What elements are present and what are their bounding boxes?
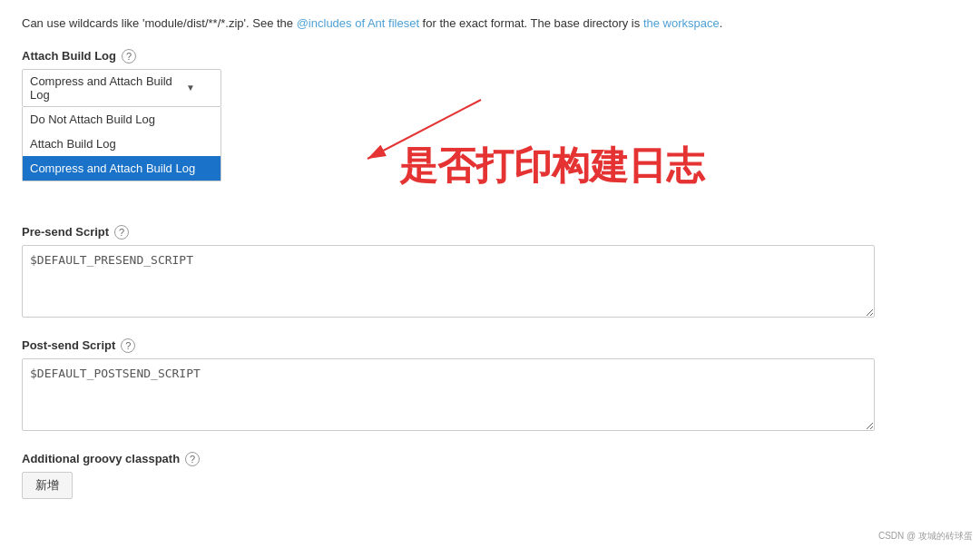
attach-build-log-dropdown[interactable]: Compress and Attach Build Log ▼ — [22, 69, 221, 107]
pre-send-script-label-text: Pre-send Script — [22, 225, 109, 239]
watermark: CSDN @ 攻城的砖球蛋 — [878, 530, 973, 543]
attach-build-log-help-icon[interactable]: ? — [122, 49, 136, 64]
attach-build-log-section: Attach Build Log ? Compress and Attach B… — [22, 49, 958, 107]
workspace-link[interactable]: the workspace — [643, 16, 720, 30]
pre-send-script-textarea[interactable]: $DEFAULT_PRESEND_SCRIPT — [22, 245, 875, 318]
add-groovy-classpath-button[interactable]: 新增 — [22, 472, 73, 499]
additional-groovy-label: Additional groovy classpath ? — [22, 452, 958, 466]
main-container: Can use wildcards like 'module/dist/**/*… — [0, 0, 980, 548]
annotation-text: 是否打印构建日志 — [399, 141, 704, 191]
info-text-start: Can use wildcards like 'module/dist/**/*… — [22, 16, 297, 30]
dropdown-item-attach[interactable]: Attach Build Log — [23, 132, 220, 156]
attach-build-log-dropdown-menu: Do Not Attach Build Log Attach Build Log… — [22, 107, 221, 181]
info-text-end: . — [720, 16, 723, 30]
post-send-script-section: Post-send Script ? $DEFAULT_POSTSEND_SCR… — [22, 338, 958, 434]
dropdown-selected-text: Compress and Attach Build Log — [30, 74, 186, 102]
post-send-script-help-icon[interactable]: ? — [121, 338, 135, 353]
pre-send-script-label: Pre-send Script ? — [22, 225, 958, 240]
additional-groovy-section: Additional groovy classpath ? 新增 — [22, 452, 958, 499]
post-send-script-textarea[interactable]: $DEFAULT_POSTSEND_SCRIPT — [22, 358, 875, 431]
attach-build-log-label: Attach Build Log ? — [22, 49, 958, 64]
additional-groovy-help-icon[interactable]: ? — [185, 452, 200, 466]
attach-build-log-dropdown-wrapper: Compress and Attach Build Log ▼ Do Not A… — [22, 69, 221, 107]
dropdown-caret-icon: ▼ — [186, 83, 195, 93]
dropdown-item-do-not-attach[interactable]: Do Not Attach Build Log — [23, 107, 220, 132]
additional-groovy-label-text: Additional groovy classpath — [22, 452, 180, 465]
attach-build-log-label-text: Attach Build Log — [22, 49, 116, 63]
post-send-script-label: Post-send Script ? — [22, 338, 958, 353]
pre-send-script-section: Pre-send Script ? $DEFAULT_PRESEND_SCRIP… — [22, 225, 958, 320]
pre-send-script-help-icon[interactable]: ? — [114, 225, 129, 240]
info-text-mid: for the exact format. The base directory… — [419, 16, 643, 30]
ant-fileset-link[interactable]: @includes of Ant fileset — [297, 16, 419, 30]
info-text: Can use wildcards like 'module/dist/**/*… — [22, 15, 958, 33]
dropdown-item-compress-attach[interactable]: Compress and Attach Build Log — [23, 156, 220, 181]
svg-line-1 — [368, 100, 481, 159]
post-send-script-label-text: Post-send Script — [22, 338, 115, 352]
